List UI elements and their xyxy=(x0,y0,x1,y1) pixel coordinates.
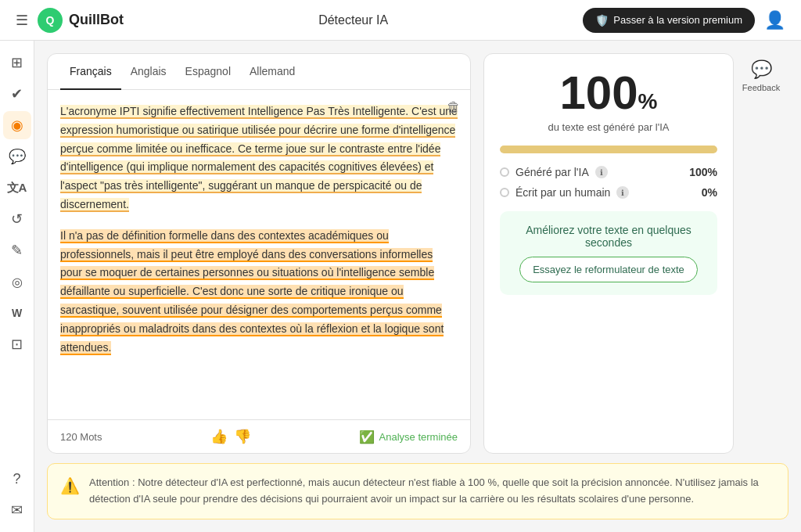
editor-card: Français Anglais Espagnol Allemand 🗑 L'a… xyxy=(47,53,471,454)
editor-body: 🗑 L'acronyme IPTI signifie effectivement… xyxy=(48,90,470,419)
right-panel: 100% du texte est généré par l'IA Généré… xyxy=(483,53,788,454)
feedback-icon: 💬 xyxy=(751,59,772,80)
cta-box: Améliorez votre texte en quelques second… xyxy=(500,211,717,295)
user-avatar-icon[interactable]: 👤 xyxy=(764,10,785,31)
stat-dot-ai xyxy=(500,167,509,177)
percentage-display: 100% du texte est généré par l'IA xyxy=(500,70,717,133)
feedback-sidebar: 💬 Feedback xyxy=(734,53,788,454)
header-left: ☰ Q QuillBot xyxy=(16,8,124,33)
sidebar-item-chat[interactable]: 💬 xyxy=(3,142,31,171)
tab-anglais[interactable]: Anglais xyxy=(121,54,176,90)
progress-bar xyxy=(500,146,717,153)
premium-button[interactable]: 🛡️ Passer à la version premium xyxy=(583,8,755,33)
cta-text: Améliorez votre texte en quelques second… xyxy=(512,224,705,249)
feedback-buttons: 👍 👎 xyxy=(210,428,251,445)
main-layout: ⊞ ✔ ◉ 💬 文A ↺ ✎ ◎ W ⊡ ? ✉ Français Anglai… xyxy=(0,41,801,532)
clear-button[interactable]: 🗑 xyxy=(447,99,461,116)
sidebar-item-extension[interactable]: ⊡ xyxy=(3,330,31,358)
sidebar: ⊞ ✔ ◉ 💬 文A ↺ ✎ ◎ W ⊡ ? ✉ xyxy=(0,41,34,532)
stat-name-human: Écrit par un humain xyxy=(515,186,610,199)
percentage-number: 100 xyxy=(559,66,638,119)
stat-info-human[interactable]: ℹ xyxy=(616,186,629,199)
premium-btn-label: Passer à la version premium xyxy=(613,14,742,26)
cta-button[interactable]: Essayez le reformulateur de texte xyxy=(519,257,698,282)
stat-dot-human xyxy=(500,188,509,197)
stat-row-ai: Généré par l'IA ℹ 100% xyxy=(500,166,717,178)
warning-banner: ⚠️ Attention : Notre détecteur d'IA est … xyxy=(47,463,788,519)
content-area: Français Anglais Espagnol Allemand 🗑 L'a… xyxy=(34,41,801,532)
stat-label-ai: Généré par l'IA ℹ xyxy=(500,166,608,178)
sidebar-item-word[interactable]: W xyxy=(3,299,31,327)
page-title: Détecteur IA xyxy=(318,13,388,27)
editor-footer: 120 Mots 👍 👎 ✅ Analyse terminée xyxy=(48,419,470,453)
sidebar-item-grammar[interactable]: ✎ xyxy=(3,236,31,264)
stat-label-human: Écrit par un humain ℹ xyxy=(500,186,629,199)
language-tabs: Français Anglais Espagnol Allemand xyxy=(48,54,470,90)
stat-name-ai: Généré par l'IA xyxy=(515,166,589,178)
sidebar-item-chrome[interactable]: ◎ xyxy=(3,268,31,296)
sidebar-item-paraphrase[interactable]: ↺ xyxy=(3,205,31,233)
logo-area: Q QuillBot xyxy=(38,8,124,33)
tab-espagnol[interactable]: Espagnol xyxy=(176,54,240,90)
word-count: 120 Mots xyxy=(60,431,102,443)
sidebar-item-ai-detector[interactable]: ◉ xyxy=(3,111,31,139)
sidebar-item-translate[interactable]: 文A xyxy=(3,174,31,202)
sidebar-item-mail[interactable]: ✉ xyxy=(3,496,31,524)
stat-value-ai: 100% xyxy=(689,166,717,178)
stat-value-human: 0% xyxy=(702,186,717,199)
analysis-status: ✅ Analyse terminée xyxy=(359,430,458,444)
progress-bar-fill xyxy=(500,146,717,153)
menu-icon[interactable]: ☰ xyxy=(16,12,28,29)
stats-list: Généré par l'IA ℹ 100% Écrit par un huma… xyxy=(500,166,717,199)
sidebar-bottom: ? ✉ xyxy=(3,465,31,524)
thumbs-up-button[interactable]: 👍 xyxy=(210,428,228,445)
tab-allemand[interactable]: Allemand xyxy=(240,54,304,90)
logo-text: QuillBot xyxy=(69,12,124,28)
main-panel: Français Anglais Espagnol Allemand 🗑 L'a… xyxy=(47,53,788,454)
status-label: Analyse terminée xyxy=(379,431,458,443)
status-check-icon: ✅ xyxy=(359,430,375,444)
percentage-label: du texte est généré par l'IA xyxy=(500,121,717,133)
percentage-suffix: % xyxy=(638,89,658,113)
results-card: 100% du texte est généré par l'IA Généré… xyxy=(483,53,734,454)
premium-icon: 🛡️ xyxy=(595,14,609,27)
thumbs-down-button[interactable]: 👎 xyxy=(234,428,251,445)
sidebar-item-check[interactable]: ✔ xyxy=(3,80,31,108)
editor-text-area[interactable]: L'acronyme IPTI signifie effectivement I… xyxy=(48,90,470,419)
stat-row-human: Écrit par un humain ℹ 0% xyxy=(500,186,717,199)
feedback-label: Feedback xyxy=(742,83,780,92)
feedback-box[interactable]: 💬 Feedback xyxy=(742,59,780,92)
sidebar-item-help[interactable]: ? xyxy=(3,465,31,493)
editor-toolbar: 🗑 xyxy=(447,99,461,116)
stat-info-ai[interactable]: ℹ xyxy=(595,166,608,178)
warning-icon: ⚠️ xyxy=(60,476,80,495)
header-right: 🛡️ Passer à la version premium 👤 xyxy=(583,8,785,33)
warning-text: Attention : Notre détecteur d'IA est per… xyxy=(89,475,775,508)
header: ☰ Q QuillBot Détecteur IA 🛡️ Passer à la… xyxy=(0,0,801,41)
sidebar-item-home[interactable]: ⊞ xyxy=(3,49,31,77)
logo-icon: Q xyxy=(38,8,63,33)
tab-francais[interactable]: Français xyxy=(60,54,121,90)
